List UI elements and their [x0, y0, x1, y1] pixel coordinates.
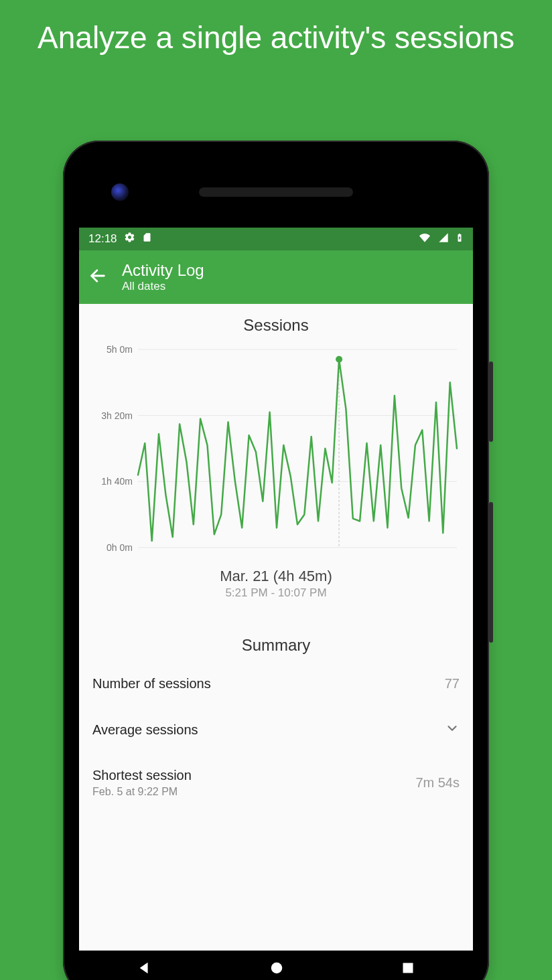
summary-shortest-label: Shortest session [92, 768, 192, 783]
summary-count-value: 77 [445, 676, 460, 691]
summary-heading: Summary [79, 624, 473, 661]
wifi-icon [418, 232, 431, 246]
gear-icon [124, 232, 135, 246]
chevron-down-icon [445, 721, 460, 738]
chart-selected-range: 5:21 PM - 10:07 PM [79, 586, 473, 600]
battery-icon [456, 232, 464, 247]
svg-rect-12 [403, 963, 413, 973]
signal-icon [438, 232, 449, 246]
svg-text:5h 0m: 5h 0m [107, 344, 133, 355]
sessions-chart[interactable]: 0h 0m1h 40m3h 20m5h 0m [90, 341, 462, 562]
summary-row-average[interactable]: Average sessions [79, 706, 473, 753]
svg-point-11 [271, 963, 283, 974]
summary-shortest-sublabel: Feb. 5 at 9:22 PM [92, 786, 192, 798]
phone-side-button [489, 502, 493, 643]
android-nav-bar [79, 951, 473, 980]
svg-text:3h 20m: 3h 20m [101, 410, 133, 421]
sessions-heading: Sessions [79, 304, 473, 341]
chart-selected-caption: Mar. 21 (4h 45m) 5:21 PM - 10:07 PM [79, 568, 473, 600]
svg-text:0h 0m: 0h 0m [107, 542, 133, 553]
summary-count-label: Number of sessions [92, 676, 211, 691]
back-button[interactable] [88, 266, 107, 288]
svg-point-10 [336, 356, 342, 363]
phone-camera [111, 183, 129, 201]
page-title: Activity Log [122, 261, 204, 280]
nav-home-icon[interactable] [269, 961, 284, 978]
sd-card-icon [142, 232, 152, 246]
summary-average-label: Average sessions [92, 722, 198, 738]
svg-text:1h 40m: 1h 40m [101, 476, 133, 487]
status-bar: 12:18 [79, 228, 473, 250]
summary-row-shortest[interactable]: Shortest session Feb. 5 at 9:22 PM 7m 54… [79, 753, 473, 813]
nav-back-icon[interactable] [137, 961, 152, 978]
phone-frame: 12:18 Activity Log [63, 141, 489, 980]
summary-shortest-value: 7m 54s [415, 775, 460, 791]
promo-title: Analyze a single activity's sessions [0, 0, 552, 58]
phone-side-button [489, 361, 493, 442]
nav-recent-icon[interactable] [401, 961, 415, 977]
app-bar: Activity Log All dates [79, 250, 473, 304]
chart-selected-label: Mar. 21 (4h 45m) [79, 568, 473, 585]
content-area[interactable]: Sessions 0h 0m1h 40m3h 20m5h 0m Mar. 21 … [79, 304, 473, 951]
summary-row-count[interactable]: Number of sessions 77 [79, 661, 473, 706]
screen: 12:18 Activity Log [79, 228, 473, 951]
page-subtitle: All dates [122, 280, 204, 293]
status-time: 12:18 [88, 232, 117, 246]
